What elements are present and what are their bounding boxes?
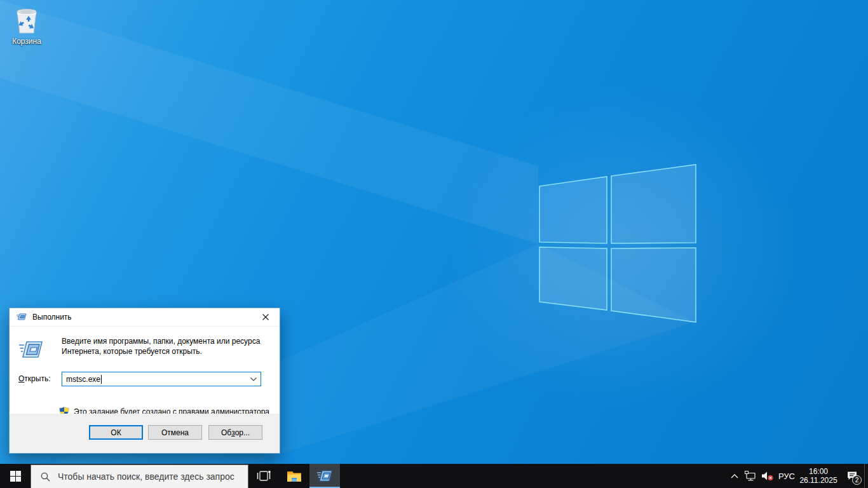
task-view-icon (257, 470, 271, 482)
run-dialog-title: Выполнить (32, 313, 251, 322)
task-view-button[interactable] (248, 464, 279, 488)
chevron-up-icon (731, 474, 738, 478)
tray-overflow-chevron[interactable] (727, 464, 742, 488)
windows-start-icon (10, 471, 21, 482)
cancel-button[interactable]: Отмена (148, 425, 202, 440)
run-dialog-body: Введите имя программы, папки, документа … (10, 327, 280, 414)
language-indicator[interactable]: РУС (776, 464, 797, 488)
recycle-bin[interactable]: Корзина (4, 5, 50, 46)
close-icon (262, 314, 269, 320)
volume-muted-icon (761, 471, 774, 481)
volume-status[interactable] (759, 464, 776, 488)
file-explorer-button[interactable] (279, 464, 309, 488)
clock-date: 26.11.2025 (799, 476, 837, 485)
run-dialog-icon (18, 340, 44, 360)
combobox-dropdown-button[interactable] (248, 372, 259, 386)
run-dialog-footer: ОК Отмена Обзор... (10, 414, 280, 453)
open-label: Открыть: (18, 374, 50, 383)
taskbar: Чтобы начать поиск, введите здесь запрос (0, 464, 868, 488)
windows-logo-wallpaper (539, 164, 697, 323)
network-ethernet-icon (745, 471, 756, 481)
run-taskbar-icon (317, 470, 332, 482)
desktop: Корзина Выполнить (0, 0, 868, 488)
browse-button[interactable]: Обзор... (208, 425, 262, 440)
file-explorer-icon (287, 470, 302, 482)
run-dialog: Выполнить Введите имя программы, папки, … (9, 308, 280, 454)
taskbar-search-box[interactable]: Чтобы начать поиск, введите здесь запрос (31, 464, 248, 488)
clock-time: 16:00 (809, 467, 828, 476)
run-dialog-titlebar[interactable]: Выполнить (10, 308, 280, 327)
search-placeholder: Чтобы начать поиск, введите здесь запрос (58, 471, 234, 482)
run-taskbar-button[interactable] (309, 464, 340, 488)
network-status[interactable] (742, 464, 759, 488)
start-button[interactable] (0, 464, 31, 488)
recycle-bin-label: Корзина (12, 37, 41, 46)
run-dialog-description: Введите имя программы, папки, документа … (62, 336, 266, 356)
search-icon (41, 472, 50, 482)
notification-badge: 2 (852, 475, 862, 485)
clock[interactable]: 16:00 26.11.2025 (797, 464, 840, 488)
chevron-down-icon (250, 377, 257, 381)
recycle-bin-icon (12, 5, 41, 36)
run-command-input[interactable]: mstsc.exe (62, 372, 261, 386)
system-tray: РУС 16:00 26.11.2025 2 (727, 464, 868, 488)
close-button[interactable] (251, 308, 280, 326)
run-app-icon (17, 313, 27, 322)
action-center-button[interactable]: 2 (840, 464, 864, 488)
show-desktop-button[interactable] (864, 464, 868, 488)
text-caret (101, 375, 102, 384)
ok-button[interactable]: ОК (89, 425, 143, 440)
run-command-value: mstsc.exe (66, 375, 100, 384)
